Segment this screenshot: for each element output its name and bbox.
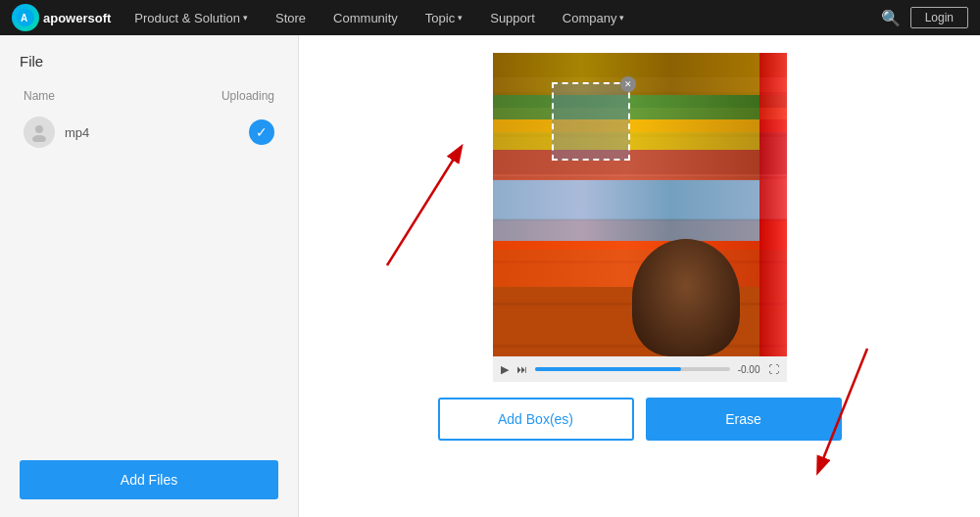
fullscreen-icon[interactable]: ⛶ — [768, 363, 779, 375]
video-controls: ▶ ⏭ -0.00 ⛶ — [493, 356, 787, 382]
col-name: Name — [24, 89, 55, 103]
table-row: mp4 ✓ — [20, 113, 278, 152]
video-ribbon — [760, 53, 787, 356]
upload-check-icon: ✓ — [249, 119, 274, 145]
nav-company-label: Company — [563, 11, 617, 25]
bottom-bar: Add Box(es) Erase — [318, 398, 960, 441]
file-name: mp4 — [65, 125, 239, 140]
erase-button[interactable]: Erase — [646, 398, 842, 441]
step-forward-icon[interactable]: ⏭ — [516, 363, 527, 375]
chevron-down-icon-3: ▾ — [619, 13, 624, 23]
login-button[interactable]: Login — [910, 7, 968, 28]
svg-text:A: A — [21, 13, 27, 24]
nav-topic-label: Topic — [425, 11, 455, 25]
nav-community[interactable]: Community — [319, 0, 412, 35]
search-icon[interactable]: 🔍 — [871, 9, 910, 27]
play-icon[interactable]: ▶ — [501, 363, 509, 376]
main-layout: File Name Uploading mp4 ✓ Add Files — [0, 35, 980, 517]
selection-box[interactable]: ✕ — [552, 82, 630, 161]
nav-support-label: Support — [490, 11, 535, 25]
nav-topic[interactable]: Topic ▾ — [412, 0, 476, 35]
logo[interactable]: A apowersoft — [12, 4, 111, 31]
video-container[interactable]: ✕ — [493, 53, 787, 356]
nav-product-solution[interactable]: Product & Solution ▾ — [121, 0, 262, 35]
file-table: Name Uploading mp4 ✓ — [20, 89, 278, 152]
chevron-down-icon-2: ▾ — [458, 13, 463, 23]
add-files-button[interactable]: Add Files — [20, 460, 278, 499]
video-time: -0.00 — [738, 364, 760, 375]
progress-bar[interactable] — [535, 367, 730, 371]
sidebar: File Name Uploading mp4 ✓ Add Files — [0, 35, 299, 517]
navbar: A apowersoft Product & Solution ▾ Store … — [0, 0, 980, 35]
avatar — [24, 117, 55, 148]
close-icon[interactable]: ✕ — [620, 76, 636, 92]
nav-company[interactable]: Company ▾ — [549, 0, 639, 35]
sidebar-title: File — [20, 53, 278, 70]
add-boxes-button[interactable]: Add Box(es) — [438, 398, 634, 441]
nav-store-label: Store — [275, 11, 306, 25]
video-background: ✕ — [493, 53, 787, 356]
logo-icon: A — [12, 4, 39, 31]
content-area: ✕ ▶ ⏭ -0.00 ⛶ Add Box(es) Erase — [299, 35, 980, 517]
svg-point-3 — [32, 135, 46, 142]
file-table-header: Name Uploading — [20, 89, 278, 103]
nav-product-solution-label: Product & Solution — [134, 11, 240, 25]
nav-community-label: Community — [333, 11, 398, 25]
logo-text: apowersoft — [43, 11, 111, 25]
nav-support[interactable]: Support — [476, 0, 549, 35]
svg-point-2 — [35, 125, 43, 133]
chevron-down-icon: ▾ — [243, 13, 248, 23]
nav-store[interactable]: Store — [262, 0, 319, 35]
col-uploading: Uploading — [221, 89, 274, 103]
